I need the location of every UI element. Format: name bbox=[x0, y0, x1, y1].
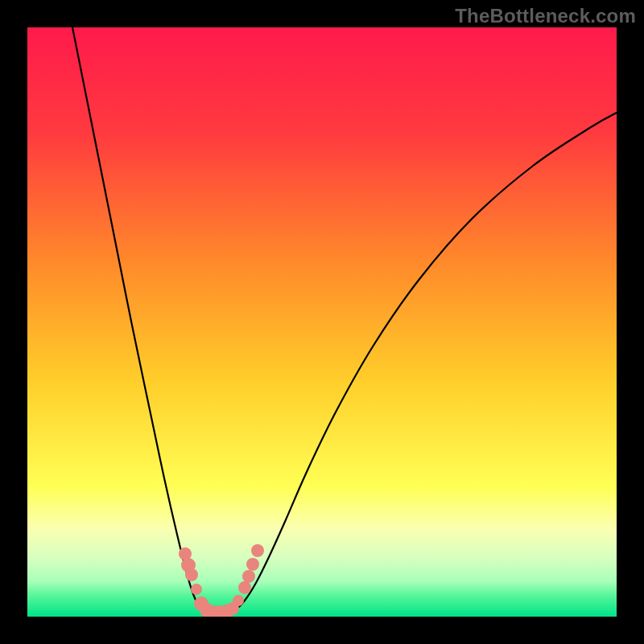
chart-frame: TheBottleneck.com bbox=[0, 0, 644, 644]
data-marker bbox=[191, 584, 202, 595]
data-marker bbox=[246, 558, 259, 571]
data-marker bbox=[185, 568, 198, 581]
data-marker bbox=[242, 570, 255, 583]
data-marker bbox=[251, 544, 264, 557]
plot-area bbox=[27, 27, 617, 617]
data-marker bbox=[233, 595, 244, 606]
marker-layer bbox=[27, 27, 617, 617]
data-marker bbox=[238, 581, 251, 594]
watermark-text: TheBottleneck.com bbox=[455, 5, 636, 27]
